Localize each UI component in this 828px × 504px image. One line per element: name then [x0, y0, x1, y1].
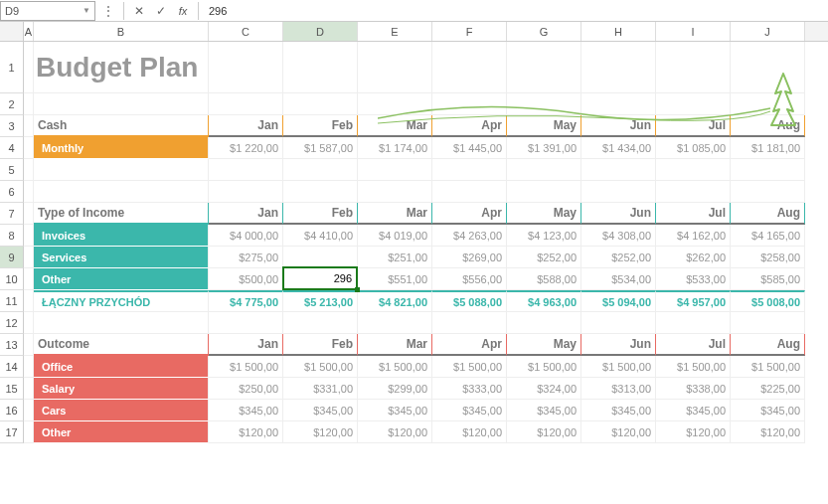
- row-header[interactable]: 6: [0, 181, 24, 203]
- name-box[interactable]: D9 ▼: [0, 1, 95, 21]
- cell-value[interactable]: $4 123,00: [507, 225, 581, 247]
- month-header[interactable]: Aug: [731, 115, 805, 137]
- cell-value[interactable]: $500,00: [209, 268, 283, 290]
- cell[interactable]: [283, 159, 358, 181]
- cell[interactable]: [24, 312, 34, 334]
- total-value[interactable]: $5 088,00: [432, 290, 507, 312]
- cell-value[interactable]: $551,00: [358, 268, 432, 290]
- cell-value[interactable]: $345,00: [432, 400, 507, 421]
- cell[interactable]: [24, 203, 34, 225]
- cell[interactable]: [731, 181, 805, 203]
- page-title[interactable]: Budget Plan: [34, 42, 209, 93]
- cell-value[interactable]: $1 500,00: [432, 356, 507, 378]
- total-value[interactable]: $4 821,00: [358, 290, 432, 312]
- col-header-g[interactable]: G: [507, 22, 581, 41]
- cell[interactable]: [358, 93, 432, 115]
- cell[interactable]: [507, 181, 581, 203]
- cell[interactable]: [24, 334, 34, 356]
- month-header[interactable]: May: [507, 203, 581, 225]
- cell-value[interactable]: $299,00: [358, 378, 432, 400]
- total-value[interactable]: $4 963,00: [507, 290, 581, 312]
- cell[interactable]: [34, 93, 209, 115]
- col-header-c[interactable]: C: [209, 22, 283, 41]
- active-cell-editor[interactable]: 296: [284, 268, 356, 288]
- month-header[interactable]: Apr: [432, 203, 507, 225]
- month-header[interactable]: Jan: [209, 203, 283, 225]
- row-label-other[interactable]: Other: [34, 268, 209, 290]
- cell-value[interactable]: $588,00: [507, 268, 581, 290]
- row-header[interactable]: 14: [0, 356, 24, 378]
- cell-value[interactable]: $1 445,00: [432, 137, 507, 159]
- month-header[interactable]: Apr: [432, 334, 507, 356]
- row-header[interactable]: 2: [0, 93, 24, 115]
- month-header[interactable]: Jul: [656, 115, 731, 137]
- month-header[interactable]: Jul: [656, 203, 731, 225]
- month-header[interactable]: Jun: [581, 115, 656, 137]
- cell-value[interactable]: $345,00: [283, 400, 358, 421]
- cell-value[interactable]: $1 500,00: [656, 356, 731, 378]
- cell[interactable]: [358, 159, 432, 181]
- cell[interactable]: [24, 159, 34, 181]
- cell-value[interactable]: $269,00: [432, 247, 507, 268]
- cell-value[interactable]: $333,00: [432, 378, 507, 400]
- cell[interactable]: [581, 181, 656, 203]
- row-label-other[interactable]: Other: [34, 421, 209, 443]
- row-header[interactable]: 10: [0, 268, 24, 290]
- cell-value[interactable]: $120,00: [358, 421, 432, 443]
- cell[interactable]: [24, 247, 34, 268]
- cell[interactable]: [24, 42, 34, 93]
- cell-value[interactable]: $331,00: [283, 378, 358, 400]
- cell-value[interactable]: $324,00: [507, 378, 581, 400]
- cell-value[interactable]: $4 263,00: [432, 225, 507, 247]
- col-header-j[interactable]: J: [731, 22, 805, 41]
- chevron-down-icon[interactable]: ▼: [83, 6, 90, 15]
- cell-value[interactable]: $1 181,00: [731, 137, 805, 159]
- cell-value[interactable]: $345,00: [731, 400, 805, 421]
- cell-value[interactable]: $1 500,00: [283, 356, 358, 378]
- row-header[interactable]: 17: [0, 421, 24, 443]
- cell[interactable]: [432, 93, 507, 115]
- cell[interactable]: [507, 312, 581, 334]
- cell-value[interactable]: $120,00: [283, 421, 358, 443]
- section-header-income[interactable]: Type of Income: [34, 203, 209, 225]
- month-header[interactable]: May: [507, 334, 581, 356]
- row-header[interactable]: 15: [0, 378, 24, 400]
- month-header[interactable]: Apr: [432, 115, 507, 137]
- cell-value[interactable]: $120,00: [209, 421, 283, 443]
- cell-value[interactable]: $338,00: [656, 378, 731, 400]
- cell-value[interactable]: $4 019,00: [358, 225, 432, 247]
- cell-value[interactable]: $345,00: [358, 400, 432, 421]
- month-header[interactable]: May: [507, 115, 581, 137]
- fill-handle[interactable]: [355, 287, 360, 292]
- cell-value[interactable]: $1 174,00: [358, 137, 432, 159]
- cell-value[interactable]: $4 410,00: [283, 225, 358, 247]
- cell[interactable]: [34, 181, 209, 203]
- col-header-i[interactable]: I: [656, 22, 731, 41]
- cell[interactable]: [432, 312, 507, 334]
- cell-value[interactable]: $345,00: [656, 400, 731, 421]
- cell[interactable]: [24, 378, 34, 400]
- cell-value[interactable]: $120,00: [581, 421, 656, 443]
- cell-value[interactable]: $4 162,00: [656, 225, 731, 247]
- cell[interactable]: [581, 159, 656, 181]
- row-label-services[interactable]: Services: [34, 247, 209, 268]
- month-header[interactable]: Aug: [731, 203, 805, 225]
- cell[interactable]: [24, 93, 34, 115]
- row-header[interactable]: 12: [0, 312, 24, 334]
- cell-value[interactable]: $1 500,00: [581, 356, 656, 378]
- cell[interactable]: [209, 159, 283, 181]
- month-header[interactable]: Mar: [358, 203, 432, 225]
- formula-input[interactable]: 296: [203, 5, 828, 17]
- fx-icon[interactable]: fx: [172, 1, 194, 21]
- row-header[interactable]: 5: [0, 159, 24, 181]
- cell[interactable]: [432, 181, 507, 203]
- cell-value[interactable]: $262,00: [656, 247, 731, 268]
- cell-value[interactable]: $1 500,00: [507, 356, 581, 378]
- cell[interactable]: [656, 159, 731, 181]
- cell[interactable]: [24, 268, 34, 290]
- cell-value[interactable]: $120,00: [656, 421, 731, 443]
- cell-value[interactable]: $1 500,00: [731, 356, 805, 378]
- cell[interactable]: [24, 115, 34, 137]
- row-header[interactable]: 8: [0, 225, 24, 247]
- cell[interactable]: [34, 159, 209, 181]
